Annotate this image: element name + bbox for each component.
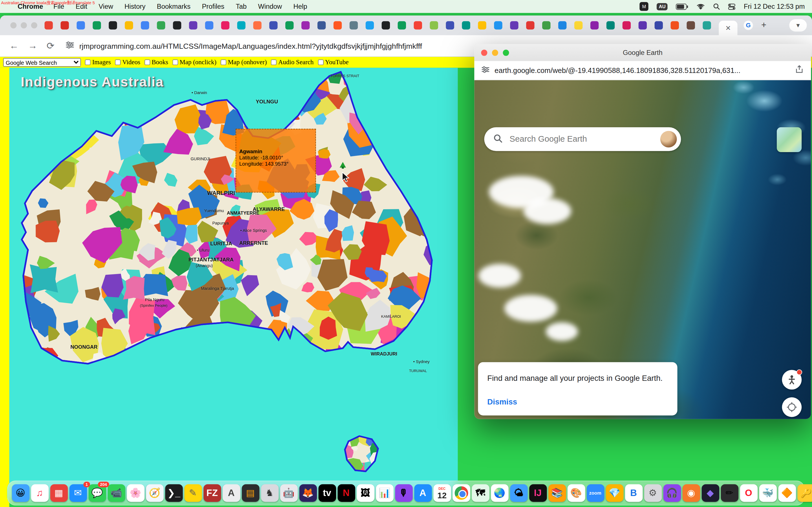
pinned-tab-7[interactable] [157, 21, 165, 29]
share-icon[interactable] [795, 65, 804, 76]
pinned-tab-39[interactable] [671, 21, 679, 29]
pinned-tab-19[interactable] [350, 21, 358, 29]
control-center-icon[interactable] [728, 3, 735, 10]
pinned-tab-14[interactable] [269, 21, 277, 29]
avatar[interactable] [660, 131, 677, 148]
menu-clock[interactable]: Fri 12 Dec 12:53 pm [744, 3, 805, 10]
dock-music-alt[interactable]: 🎧 [663, 484, 680, 502]
dock-blender[interactable]: ◉ [682, 484, 700, 502]
pinned-tab-15[interactable] [285, 21, 294, 29]
pinned-tab-5[interactable] [125, 21, 133, 29]
pinned-tab-36[interactable] [622, 21, 631, 29]
menu-extra-app-icon[interactable]: M [640, 2, 649, 11]
pinned-tab-6[interactable] [141, 21, 149, 29]
window-minimize-button[interactable] [20, 22, 27, 29]
dock-settings[interactable]: ⚙ [644, 484, 661, 502]
checkbox-input-audio-search[interactable] [271, 59, 276, 65]
menu-help[interactable]: Help [294, 3, 307, 10]
input-source-indicator[interactable]: AU [657, 3, 668, 10]
pinned-tab-30[interactable] [526, 21, 534, 29]
pinned-tab-21[interactable] [382, 21, 390, 29]
dock-chess[interactable]: ♞ [261, 484, 278, 502]
dock-safari[interactable]: 🧭 [146, 484, 163, 502]
menu-window[interactable]: Window [258, 3, 282, 10]
pinned-tab-9[interactable] [189, 21, 197, 29]
checkbox-map-onclick[interactable]: Map (onclick) [172, 59, 216, 66]
pinned-tab-1[interactable] [61, 21, 69, 29]
search-icon[interactable] [493, 134, 502, 145]
checkbox-videos[interactable]: Videos [115, 59, 140, 66]
dock-weather[interactable]: 🌤 [510, 484, 527, 502]
overview-minimap[interactable] [777, 127, 802, 152]
dock-finder[interactable]: 😀 [11, 484, 29, 502]
reload-icon[interactable]: ⟳ [47, 40, 54, 51]
checkbox-input-youtube[interactable] [318, 59, 323, 65]
dock-maps[interactable]: 🗺 [471, 484, 489, 502]
pinned-tab-40[interactable] [687, 21, 695, 29]
site-settings-icon[interactable] [66, 41, 74, 51]
dock-docker[interactable]: 🐳 [759, 484, 776, 502]
dock-terminal[interactable]: ❯_ [165, 484, 183, 502]
dock-intellij[interactable]: IJ [529, 484, 546, 502]
pinned-tab-0[interactable] [45, 21, 53, 29]
earth-search-input[interactable] [509, 135, 660, 144]
dock-photos[interactable]: 🌸 [126, 484, 144, 502]
pinned-tab-31[interactable] [542, 21, 550, 29]
checkbox-input-map-onclick[interactable] [172, 59, 178, 65]
menu-tab[interactable]: Tab [236, 3, 247, 10]
dock-firefox[interactable]: 🦊 [299, 484, 317, 502]
dock-bold-editor[interactable]: B [625, 484, 642, 502]
pinned-tab-37[interactable] [639, 21, 647, 29]
dock-paint[interactable]: 🎨 [567, 484, 585, 502]
pinned-tab-4[interactable] [109, 21, 117, 29]
pinned-tab-12[interactable] [237, 21, 245, 29]
dock-books[interactable]: 📚 [548, 484, 566, 502]
window-zoom-button[interactable] [31, 22, 37, 29]
pinned-tab-11[interactable] [221, 21, 229, 29]
dock-sketch[interactable]: 💎 [606, 484, 623, 502]
checkbox-youtube[interactable]: YouTube [318, 59, 349, 66]
pinned-tab-16[interactable] [301, 21, 310, 29]
dock-vlc[interactable]: 🔶 [778, 484, 796, 502]
dock-app-store[interactable]: A [414, 484, 432, 502]
pinned-tab-27[interactable] [478, 21, 486, 29]
dock-obsidian[interactable]: ◆ [702, 484, 719, 502]
dock-filezilla[interactable]: FZ [203, 484, 221, 502]
pinned-tab-26[interactable] [462, 21, 470, 29]
dock-texshop[interactable]: A [222, 484, 240, 502]
pinned-tab-25[interactable] [446, 21, 454, 29]
earth-address-text[interactable]: earth.google.com/web/@-19.41990588,146.1… [495, 66, 782, 74]
dismiss-button[interactable]: Dismiss [487, 397, 517, 406]
dock-chrome[interactable] [452, 484, 470, 502]
pinned-tab-35[interactable] [606, 21, 615, 29]
pinned-tab-10[interactable] [205, 21, 213, 29]
pinned-tab-13[interactable] [253, 21, 261, 29]
checkbox-input-map-onhover[interactable] [220, 59, 226, 65]
checkbox-images[interactable]: Images [85, 59, 111, 66]
wifi-icon[interactable] [697, 3, 705, 10]
dock-mail[interactable]: ✉1 [69, 484, 87, 502]
pinned-tab-3[interactable] [93, 21, 101, 29]
pinned-tab-20[interactable] [366, 21, 374, 29]
spotlight-icon[interactable] [713, 3, 720, 10]
pinned-tab-8[interactable] [173, 21, 181, 29]
orbit-compass-button[interactable] [782, 397, 802, 417]
pinned-tab-2[interactable] [77, 21, 85, 29]
dock-podcasts[interactable]: 🎙 [395, 484, 412, 502]
dock-netflix[interactable]: N [338, 484, 355, 502]
new-tab-button[interactable]: + [757, 18, 770, 32]
dock-zoom[interactable]: zoom [587, 484, 604, 502]
pinned-tab-32[interactable] [558, 21, 566, 29]
dock-calculator[interactable]: ▤ [242, 484, 259, 502]
battery-icon[interactable] [676, 3, 688, 10]
search-engine-select[interactable]: Google Web Search [3, 58, 81, 67]
dock-keeper[interactable]: 🔑 [797, 484, 812, 502]
pinned-tab-24[interactable] [430, 21, 438, 29]
forward-icon[interactable]: → [28, 40, 37, 51]
pinned-tab-23[interactable] [414, 21, 422, 29]
earth-viewport[interactable]: Find and manage all your projects in Goo… [474, 80, 811, 419]
close-tab-icon[interactable]: ✕ [725, 24, 731, 32]
window-close-button[interactable] [10, 22, 17, 29]
dock-music[interactable]: ♫ [31, 484, 48, 502]
dock-opera[interactable]: O [740, 484, 757, 502]
